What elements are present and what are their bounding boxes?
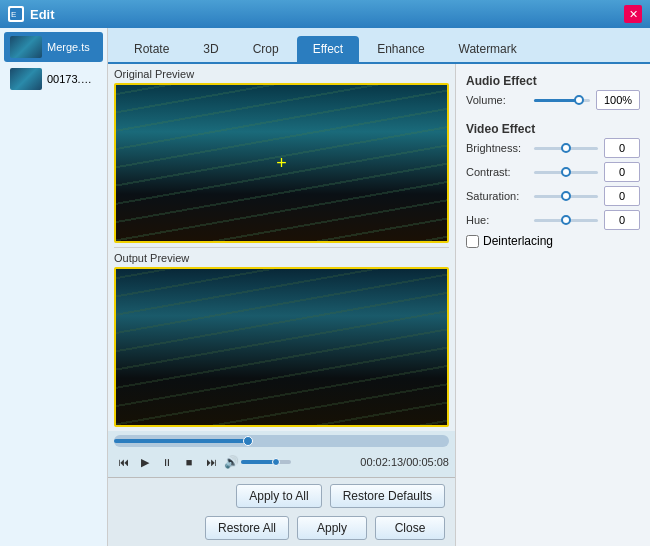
output-video: [114, 267, 449, 427]
pause-button[interactable]: ⏸: [158, 453, 176, 471]
original-preview-label: Original Preview: [114, 68, 449, 80]
volume-row: Volume:: [466, 90, 640, 110]
video-effect-section: Video Effect Brightness: Contrast: [466, 122, 640, 248]
playback-controls: ⏮ ▶ ⏸ ■ ⏭ 🔊 00:02:13/00:05:08: [114, 451, 449, 473]
stop-button[interactable]: ■: [180, 453, 198, 471]
deinterlacing-row: Deinterlacing: [466, 234, 640, 248]
audio-effect-section: Audio Effect Volume:: [466, 74, 640, 114]
video-effect-label: Video Effect: [466, 122, 640, 136]
saturation-row: Saturation:: [466, 186, 640, 206]
hue-row: Hue:: [466, 210, 640, 230]
tab-bar: Rotate 3D Crop Effect Enhance Watermark: [108, 28, 650, 64]
tab-3d[interactable]: 3D: [187, 36, 234, 62]
brightness-row: Brightness:: [466, 138, 640, 158]
bottom-row-2: Restore All Apply Close: [118, 516, 445, 540]
brightness-slider[interactable]: [534, 141, 598, 155]
contrast-label: Contrast:: [466, 166, 528, 178]
volume-slider[interactable]: [241, 460, 291, 464]
original-preview-section: Original Preview +: [108, 64, 455, 247]
volume-label: Volume:: [466, 94, 528, 106]
tab-crop[interactable]: Crop: [237, 36, 295, 62]
scrubber-area: ⏮ ▶ ⏸ ■ ⏭ 🔊 00:02:13/00:05:08: [108, 431, 455, 477]
close-button[interactable]: Close: [375, 516, 445, 540]
deinterlacing-label: Deinterlacing: [483, 234, 553, 248]
restore-all-button[interactable]: Restore All: [205, 516, 289, 540]
volume-slider-effect[interactable]: [534, 93, 590, 107]
window-title: Edit: [30, 7, 624, 22]
bottom-row-1: Apply to All Restore Defaults: [118, 484, 445, 508]
tab-watermark[interactable]: Watermark: [443, 36, 533, 62]
output-preview-section: Output Preview: [108, 248, 455, 431]
merge-thumb: [10, 36, 42, 58]
play-button[interactable]: ▶: [136, 453, 154, 471]
audio-effect-label: Audio Effect: [466, 74, 640, 88]
sidebar-item-merge[interactable]: Merge.ts: [4, 32, 103, 62]
saturation-slider[interactable]: [534, 189, 598, 203]
hue-slider[interactable]: [534, 213, 598, 227]
tab-effect[interactable]: Effect: [297, 36, 359, 62]
file-sidebar: Merge.ts 00173.MTS: [0, 28, 108, 546]
brightness-label: Brightness:: [466, 142, 528, 154]
time-display: 00:02:13/00:05:08: [360, 456, 449, 468]
contrast-row: Contrast:: [466, 162, 640, 182]
apply-to-all-button[interactable]: Apply to All: [236, 484, 321, 508]
output-preview-label: Output Preview: [114, 252, 449, 264]
brightness-input[interactable]: [604, 138, 640, 158]
tab-enhance[interactable]: Enhance: [361, 36, 440, 62]
apply-button[interactable]: Apply: [297, 516, 367, 540]
restore-defaults-button[interactable]: Restore Defaults: [330, 484, 445, 508]
contrast-slider[interactable]: [534, 165, 598, 179]
title-bar: E Edit ✕: [0, 0, 650, 28]
bottom-bar: Apply to All Restore Defaults Restore Al…: [108, 477, 455, 546]
skip-end-button[interactable]: ⏭: [202, 453, 220, 471]
tab-rotate[interactable]: Rotate: [118, 36, 185, 62]
skip-start-button[interactable]: ⏮: [114, 453, 132, 471]
mts-label: 00173.MTS: [47, 73, 97, 85]
svg-text:E: E: [11, 10, 16, 19]
saturation-input[interactable]: [604, 186, 640, 206]
volume-icon: 🔊: [224, 455, 239, 469]
app-icon: E: [8, 6, 24, 22]
crosshair-marker: +: [276, 154, 287, 172]
merge-label: Merge.ts: [47, 41, 90, 53]
mts-thumb: [10, 68, 42, 90]
close-window-button[interactable]: ✕: [624, 5, 642, 23]
volume-input[interactable]: [596, 90, 640, 110]
saturation-label: Saturation:: [466, 190, 528, 202]
contrast-input[interactable]: [604, 162, 640, 182]
hue-label: Hue:: [466, 214, 528, 226]
effects-panel: Audio Effect Volume: Vide: [455, 64, 650, 546]
hue-input[interactable]: [604, 210, 640, 230]
volume-control: 🔊: [224, 455, 291, 469]
scrubber-bar[interactable]: [114, 435, 449, 447]
sidebar-item-mts[interactable]: 00173.MTS: [4, 64, 103, 94]
deinterlacing-checkbox[interactable]: [466, 235, 479, 248]
original-video: +: [114, 83, 449, 243]
